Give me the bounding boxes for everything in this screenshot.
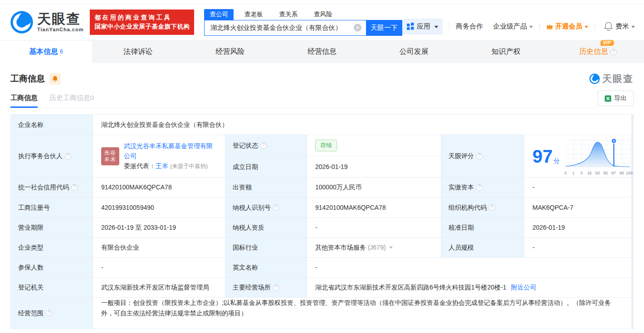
field-label: 执行事务合伙人 xyxy=(11,135,93,177)
field-label: 营业期限 xyxy=(11,218,93,237)
monitor-bell-icon[interactable] xyxy=(49,73,61,85)
clear-search-icon[interactable]: ✕ xyxy=(354,24,361,32)
tab-label: 基本信息 xyxy=(29,47,58,57)
field-label: 英文名称 xyxy=(225,258,307,277)
tab-operation-info[interactable]: 经营信息 xyxy=(276,41,368,63)
enterprise-products-menu[interactable]: 企业级产品 xyxy=(493,22,533,31)
main-tabbar: 基本信息 6 法律诉讼 经营风险 经营信息 公司发展 知识产权 VIP 历史信息 xyxy=(0,40,644,63)
registration-status-value: 存续 xyxy=(307,135,441,156)
org-code-value: MAK6QPCA-7 xyxy=(524,198,631,217)
business-info-table: 企业名称 湖北烽火创业投资基金合伙企业（有限合伙） 执行事务合伙人 光谷丰禾 武… xyxy=(10,114,634,329)
field-label: 天眼评分 xyxy=(441,135,524,177)
search-tab-company[interactable]: 查公司 xyxy=(204,9,234,20)
header: 天眼查 TianYanCha.com 都在用的商业查询工具 国家中小企业发展子基… xyxy=(0,4,644,40)
field-label: 出资额 xyxy=(225,178,307,197)
chevron-down-icon xyxy=(529,26,533,28)
taxpayer-quality-value: - xyxy=(307,218,441,237)
logo-domain: TianYanCha.com xyxy=(37,27,83,32)
registration-authority-value: 武汉东湖新技术开发区市场监督管理局 xyxy=(93,278,225,297)
subtab-business-info[interactable]: 工商信息 xyxy=(10,94,38,108)
help-icon[interactable] xyxy=(46,310,52,316)
chevron-down-icon xyxy=(585,26,588,28)
score-distribution-chart: 0 1 3 15 50 85 97 99 100 xyxy=(564,137,631,175)
username: 费米 xyxy=(615,22,629,31)
subtab-history-business-info[interactable]: 历史工商信息0 xyxy=(49,94,94,108)
export-button[interactable]: 导出 xyxy=(598,91,634,106)
field-label: 组织机构代码 xyxy=(441,198,524,217)
help-icon[interactable] xyxy=(260,142,267,149)
search-tab-risk[interactable]: 查风险 xyxy=(308,9,338,20)
help-icon[interactable] xyxy=(273,285,279,291)
delegate-link[interactable]: 王丰 xyxy=(156,162,168,169)
field-label: 核准日期 xyxy=(441,218,524,237)
tab-operation-risk[interactable]: 经营风险 xyxy=(184,41,276,63)
notification-bell-icon[interactable] xyxy=(604,22,613,31)
section-title: 工商信息 xyxy=(10,73,45,85)
search-tab-relation[interactable]: 查关系 xyxy=(273,9,303,20)
apps-grid-icon xyxy=(407,23,414,30)
tab-legal-proceedings[interactable]: 法律诉讼 xyxy=(92,41,184,63)
partner-company-link[interactable]: 武汉光谷丰禾私募基金管理有限公司 xyxy=(124,142,213,159)
credit-code-value: 91420100MAK6QPCA78 xyxy=(93,178,225,197)
tab-intellectual-property[interactable]: 知识产权 xyxy=(460,41,552,63)
business-info-card: 工商信息 天眼查 工商信息 历史工商信息0 导出 xyxy=(0,72,644,329)
crown-icon xyxy=(546,23,553,30)
chart-x-axis: 0 1 3 15 50 85 97 99 100 xyxy=(564,170,631,175)
establish-date-value: 2026-01-19 xyxy=(307,156,441,177)
help-icon[interactable] xyxy=(476,153,483,159)
help-icon[interactable] xyxy=(65,153,71,159)
search-tab-boss[interactable]: 查老板 xyxy=(239,9,268,20)
slogan-banner: 都在用的商业查询工具 国家中小企业发展子基金旗下机构 xyxy=(90,10,194,35)
logo-brand: 天眼查 xyxy=(37,12,83,26)
field-label: 主要经营场所 xyxy=(225,278,307,297)
user-menu[interactable]: 费米 xyxy=(615,22,635,31)
subtab-row: 工商信息 历史工商信息0 导出 xyxy=(10,92,634,108)
open-vip-menu[interactable]: 开通会员 xyxy=(546,22,588,31)
field-label: 人员规模 xyxy=(441,238,524,257)
tianyancha-logo[interactable]: 天眼查 TianYanCha.com xyxy=(10,10,83,34)
vip-badge: VIP xyxy=(600,40,614,46)
executive-partner-cell: 光谷丰禾 武汉光谷丰禾私募基金管理有限公司 委派代表：王丰 (来源于中基协) xyxy=(93,135,225,177)
field-label: 纳税人识别号 xyxy=(225,198,307,217)
export-label: 导出 xyxy=(614,94,627,102)
apps-menu[interactable]: 应用 xyxy=(402,19,443,34)
field-label: 参保人数 xyxy=(11,258,93,277)
header-nav: 应用 商务合作 企业级产品 开通会员 xyxy=(402,19,635,34)
expand-industry-icon[interactable] xyxy=(389,246,393,249)
score-unit: 分 xyxy=(554,156,560,165)
partner-avatar[interactable]: 光谷丰禾 xyxy=(101,147,119,165)
chevron-down-icon xyxy=(631,26,635,28)
field-label: 登记机关 xyxy=(11,278,93,297)
tab-label: 经营风险 xyxy=(215,47,244,57)
help-icon[interactable] xyxy=(610,49,617,55)
business-term-value: 2026-01-19 至 2033-01-19 xyxy=(93,218,225,237)
field-label: 工商注册号 xyxy=(11,198,93,217)
help-icon[interactable] xyxy=(71,184,78,191)
nearby-companies-link[interactable]: 附近公司 xyxy=(511,283,537,292)
top-divider xyxy=(0,0,644,4)
business-cooperation-link[interactable]: 商务合作 xyxy=(456,22,483,31)
tab-history-info[interactable]: VIP 历史信息 xyxy=(552,41,644,63)
chevron-down-icon xyxy=(434,26,438,28)
slogan-line2: 国家中小企业发展子基金旗下机构 xyxy=(94,22,190,31)
watermark-logo-icon xyxy=(589,73,600,84)
help-icon[interactable] xyxy=(489,204,495,211)
apps-label: 应用 xyxy=(417,22,430,31)
insured-count-value: - xyxy=(93,258,225,277)
search-input[interactable] xyxy=(205,20,366,35)
tianyancha-logo-icon xyxy=(10,10,34,34)
english-name-value: - xyxy=(307,258,631,277)
help-icon[interactable] xyxy=(476,184,483,191)
watermark-logo: 天眼查 xyxy=(589,72,634,85)
divider xyxy=(449,23,449,30)
search-button[interactable]: 天眼一下 xyxy=(366,20,402,36)
industry-code: (J679) xyxy=(368,243,386,252)
tab-company-development[interactable]: 公司发展 xyxy=(368,41,460,63)
tab-basic-info[interactable]: 基本信息 6 xyxy=(0,41,92,63)
paid-capital-value: - xyxy=(524,178,631,197)
score-value: 97 xyxy=(532,146,553,166)
tianyan-score-cell[interactable]: 97 分 xyxy=(524,135,631,177)
field-label: 实缴资本 xyxy=(441,178,524,197)
help-icon[interactable] xyxy=(273,204,279,211)
tab-label: 知识产权 xyxy=(492,47,521,57)
